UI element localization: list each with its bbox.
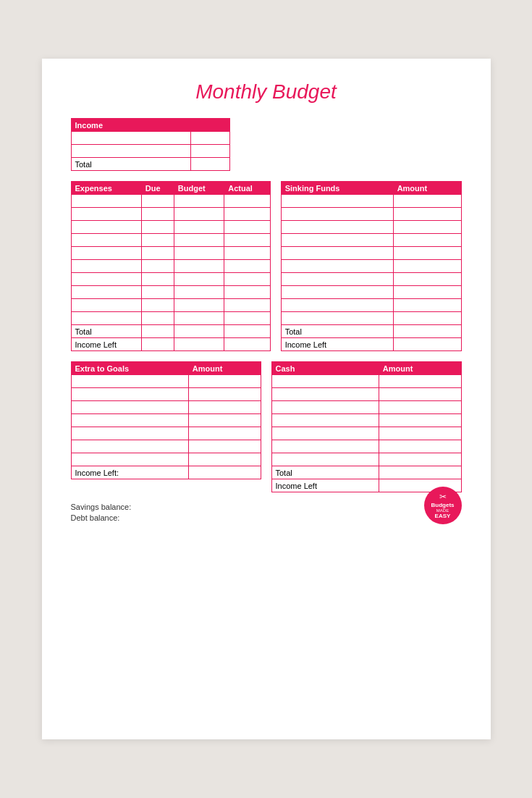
income-header-row: Income (71, 119, 229, 132)
expenses-total-row: Total (71, 325, 270, 338)
extra-goals-table: Extra to Goals Amount Income Left: (71, 361, 261, 479)
sinking-funds-total-row: Total (281, 325, 461, 338)
income-total-value (191, 158, 229, 171)
logo: ✂ Budgets MADE EASY (424, 487, 462, 524)
sinking-funds-row (281, 208, 461, 221)
expenses-col-4: Actual (224, 182, 270, 195)
cash-total-label: Total (271, 466, 379, 479)
sinking-funds-income-left-row: Income Left (281, 338, 461, 351)
extra-goals-section: Extra to Goals Amount Income Left: (71, 361, 261, 492)
extra-goals-row (71, 453, 261, 466)
expenses-row (71, 195, 270, 208)
cash-table: Cash Amount Total Income Left (271, 361, 462, 492)
extra-goals-row (71, 427, 261, 440)
cash-row (271, 375, 461, 388)
expenses-total-due (141, 325, 174, 338)
sinking-funds-table: Sinking Funds Amount Total Income (281, 181, 462, 351)
cash-total-value (379, 466, 461, 479)
page: Monthly Budget Income Total (42, 59, 491, 739)
expenses-total-label: Total (71, 325, 141, 338)
expenses-income-left-actual (224, 338, 270, 351)
expenses-row (71, 260, 270, 273)
expenses-income-left-budget (174, 338, 224, 351)
expenses-col-2: Due (141, 182, 174, 195)
cash-header-row: Cash Amount (271, 362, 461, 375)
logo-easy: EASY (435, 513, 451, 519)
extra-goals-income-left-label: Income Left: (71, 466, 188, 479)
expenses-row (71, 247, 270, 260)
income-total-row: Total (71, 158, 229, 171)
income-name-1 (71, 132, 191, 145)
expenses-table: Expenses Due Budget Actual Total (71, 181, 271, 351)
cash-row (271, 388, 461, 401)
cash-section: Cash Amount Total Income Left (271, 361, 462, 492)
extra-goals-row (71, 388, 261, 401)
savings-balance: Savings balance: (71, 503, 132, 511)
sinking-funds-row (281, 260, 461, 273)
sinking-funds-row (281, 234, 461, 247)
sinking-funds-row (281, 286, 461, 299)
expenses-row (71, 312, 270, 325)
cash-row (271, 440, 461, 453)
cash-col-2: Amount (379, 362, 461, 375)
income-name-2 (71, 145, 191, 158)
extra-goals-row (71, 375, 261, 388)
cash-income-left-label: Income Left (271, 479, 379, 492)
logo-icon: ✂ (439, 492, 447, 502)
logo-area: ✂ Budgets MADE EASY (424, 487, 462, 524)
income-total-label: Total (71, 158, 191, 171)
expenses-income-left-due (141, 338, 174, 351)
sinking-funds-header-row: Sinking Funds Amount (281, 182, 461, 195)
extra-goals-row (71, 414, 261, 427)
income-row-1 (71, 132, 229, 145)
footer-text-area: Savings balance: Debt balance: (71, 503, 132, 524)
extra-goals-header-row: Extra to Goals Amount (71, 362, 261, 375)
income-row-2 (71, 145, 229, 158)
extra-goals-col-2: Amount (188, 362, 261, 375)
sinking-funds-section: Sinking Funds Amount Total Income (281, 181, 462, 351)
bottom-row: Extra to Goals Amount Income Left: (71, 361, 462, 492)
extra-goals-income-left-row: Income Left: (71, 466, 261, 479)
extra-goals-row (71, 440, 261, 453)
logo-budgets: Budgets (431, 503, 455, 509)
extra-goals-col-1: Extra to Goals (71, 362, 188, 375)
sinking-funds-row (281, 221, 461, 234)
sinking-funds-row (281, 299, 461, 312)
cash-total-row: Total (271, 466, 461, 479)
expenses-row (71, 286, 270, 299)
extra-goals-income-left-value (188, 466, 261, 479)
expenses-row (71, 273, 270, 286)
expenses-row (71, 221, 270, 234)
expenses-income-left-label: Income Left (71, 338, 141, 351)
expenses-row (71, 234, 270, 247)
cash-row (271, 414, 461, 427)
expenses-row (71, 208, 270, 221)
income-header: Income (71, 119, 229, 132)
expenses-section: Expenses Due Budget Actual Total (71, 181, 271, 351)
cash-row (271, 401, 461, 414)
expenses-income-left-row: Income Left (71, 338, 270, 351)
expenses-total-actual (224, 325, 270, 338)
sinking-funds-row (281, 273, 461, 286)
expenses-header-row: Expenses Due Budget Actual (71, 182, 270, 195)
sinking-funds-total-label: Total (281, 325, 393, 338)
footer: Savings balance: Debt balance: ✂ Budgets… (71, 503, 462, 524)
cash-row (271, 427, 461, 440)
income-value-1 (191, 132, 229, 145)
sinking-funds-row (281, 247, 461, 260)
income-table: Income Total (71, 118, 230, 171)
cash-row (271, 453, 461, 466)
sinking-funds-col-2: Amount (393, 182, 461, 195)
sinking-funds-row (281, 195, 461, 208)
expenses-total-budget (174, 325, 224, 338)
sinking-funds-col-1: Sinking Funds (281, 182, 393, 195)
main-row: Expenses Due Budget Actual Total (71, 181, 462, 351)
expenses-row (71, 299, 270, 312)
sinking-funds-total-value (393, 325, 461, 338)
debt-balance: Debt balance: (71, 513, 132, 522)
extra-goals-row (71, 401, 261, 414)
expenses-col-3: Budget (174, 182, 224, 195)
sinking-funds-income-left-label: Income Left (281, 338, 393, 351)
page-title: Monthly Budget (71, 80, 462, 104)
expenses-col-1: Expenses (71, 182, 141, 195)
